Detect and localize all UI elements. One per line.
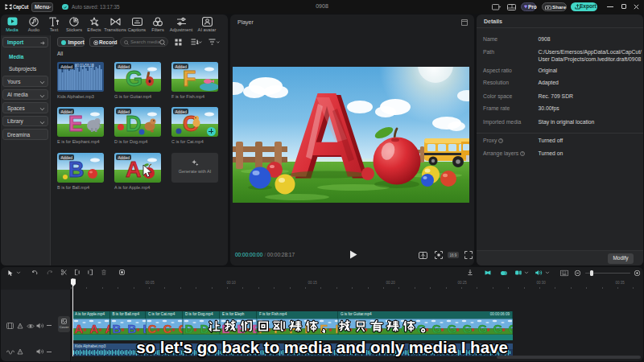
svg-text:E: E [68,112,83,136]
svg-text:B: B [68,158,85,182]
svg-text:A: A [126,158,142,182]
svg-text:A: A [287,67,365,202]
svg-text:F: F [183,67,196,91]
svg-text:G: G [126,67,142,91]
